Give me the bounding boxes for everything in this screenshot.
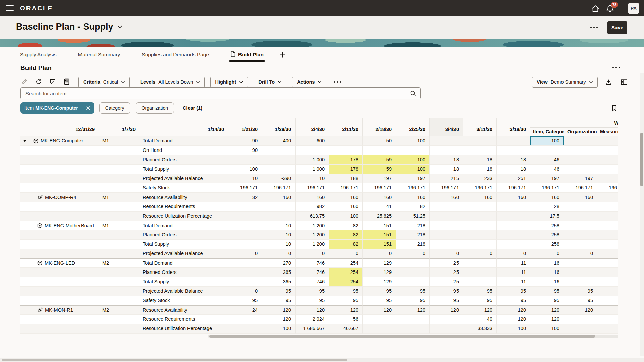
value-cell[interactable]: 160 (430, 193, 463, 202)
value-cell[interactable] (564, 277, 597, 287)
value-cell[interactable] (497, 136, 530, 146)
value-cell[interactable]: 51.25 (396, 212, 430, 221)
value-cell[interactable]: 18 (430, 155, 463, 165)
value-cell[interactable]: 10 (262, 221, 296, 230)
value-cell[interactable] (296, 146, 329, 155)
value-cell[interactable] (597, 324, 618, 334)
value-cell[interactable]: 0 (228, 287, 262, 296)
value-cell[interactable]: 270 (262, 258, 296, 268)
value-cell[interactable]: 95 (329, 287, 363, 296)
value-cell[interactable]: 10 (262, 240, 296, 249)
value-cell[interactable]: 95 (262, 296, 296, 305)
value-cell[interactable]: 196.171 (228, 183, 262, 193)
value-cell[interactable] (564, 202, 597, 212)
value-cell[interactable] (463, 268, 497, 277)
value-cell[interactable]: 11 (497, 258, 530, 268)
value-cell[interactable]: 100 (396, 165, 430, 174)
value-cell[interactable]: 120 (530, 305, 564, 315)
value-cell[interactable] (396, 258, 430, 268)
value-cell[interactable] (228, 221, 262, 230)
scrollbar-thumb[interactable] (640, 133, 643, 186)
value-cell[interactable]: 218 (396, 221, 430, 230)
value-cell[interactable] (228, 324, 262, 334)
bookmark-icon[interactable] (611, 105, 618, 113)
date-header[interactable]: 1/14/30 (140, 118, 228, 136)
value-cell[interactable]: 196.171 (497, 183, 530, 193)
value-cell[interactable]: 0 (296, 249, 329, 258)
value-cell[interactable]: 0 (530, 249, 564, 258)
value-cell[interactable]: 600 (296, 136, 329, 146)
value-cell[interactable]: 120 (463, 305, 497, 315)
page-horizontal-scrollbar[interactable] (0, 358, 644, 362)
value-cell[interactable]: 120 (262, 315, 296, 324)
value-cell[interactable] (497, 212, 530, 221)
value-cell[interactable] (262, 155, 296, 165)
value-cell[interactable]: 56 (329, 315, 363, 324)
value-cell[interactable] (329, 146, 363, 155)
value-cell[interactable]: 16 (530, 277, 564, 287)
value-cell[interactable]: 100 (228, 165, 262, 174)
tab-supply-analysis[interactable]: Supply Analysis (20, 47, 57, 62)
value-cell[interactable] (564, 155, 597, 165)
value-cell[interactable] (597, 315, 618, 324)
chip-close-icon[interactable] (86, 106, 90, 110)
value-cell[interactable] (597, 268, 618, 277)
value-cell[interactable] (597, 296, 618, 305)
value-cell[interactable]: 0 (497, 249, 530, 258)
value-cell[interactable]: 160 (530, 193, 564, 202)
value-cell[interactable]: 129 (363, 258, 396, 268)
value-cell[interactable]: 95 (296, 296, 329, 305)
filter-chip-category[interactable]: Category (99, 102, 130, 114)
value-cell[interactable]: 59 (363, 165, 396, 174)
value-cell[interactable]: 196.171 (597, 183, 618, 193)
value-cell[interactable] (497, 146, 530, 155)
clear-filters-button[interactable]: Clear (1) (183, 105, 202, 111)
value-cell[interactable]: 95 (262, 287, 296, 296)
value-cell[interactable]: 95 (363, 296, 396, 305)
value-cell[interactable]: 0 (564, 249, 597, 258)
value-cell[interactable]: 18 (463, 155, 497, 165)
value-cell[interactable] (363, 315, 396, 324)
value-cell[interactable] (228, 155, 262, 165)
value-cell[interactable]: 0 (463, 249, 497, 258)
date-header[interactable]: 2/4/30 (296, 118, 329, 136)
date-header[interactable]: 3/18/30 (497, 118, 530, 136)
value-cell[interactable]: 95 (228, 296, 262, 305)
page-vertical-scrollbar[interactable] (640, 73, 644, 356)
value-cell[interactable]: 254 (329, 277, 363, 287)
value-cell[interactable] (430, 230, 463, 240)
value-cell[interactable]: 258 (530, 230, 564, 240)
value-cell[interactable]: 160 (296, 193, 329, 202)
value-cell[interactable] (262, 146, 296, 155)
value-cell[interactable]: 11 (497, 268, 530, 277)
value-cell[interactable]: 1 200 (296, 221, 329, 230)
value-cell[interactable]: 746 (296, 268, 329, 277)
value-cell[interactable]: 82 (329, 240, 363, 249)
value-cell[interactable]: 218 (396, 230, 430, 240)
value-cell[interactable]: 95 (497, 287, 530, 296)
item-cell[interactable]: MK-COMP-R4 (20, 193, 99, 202)
value-cell[interactable] (430, 202, 463, 212)
value-cell[interactable]: 95 (530, 296, 564, 305)
value-cell[interactable] (228, 230, 262, 240)
value-cell[interactable] (463, 240, 497, 249)
value-cell[interactable] (228, 277, 262, 287)
plan-title-dropdown[interactable]: Baseline Plan - Supply (16, 22, 122, 32)
value-cell[interactable] (597, 258, 618, 268)
calculator-button[interactable] (62, 78, 71, 86)
value-cell[interactable]: 178 (329, 155, 363, 165)
value-cell[interactable]: 188 (329, 174, 363, 183)
value-cell[interactable] (597, 202, 618, 212)
value-cell[interactable]: 2 024 (296, 315, 329, 324)
date-header[interactable]: 3/4/30 (430, 118, 463, 136)
date-header[interactable]: 1/7/30 (99, 118, 140, 136)
value-cell[interactable] (396, 268, 430, 277)
value-cell[interactable]: 120 (530, 315, 564, 324)
value-cell[interactable]: 100 (497, 324, 530, 334)
value-cell[interactable]: 160 (497, 193, 530, 202)
value-cell[interactable]: 95 (463, 287, 497, 296)
value-cell[interactable] (597, 165, 618, 174)
levels-dropdown[interactable]: LevelsAll Levels Down (136, 77, 205, 88)
value-cell[interactable] (497, 202, 530, 212)
value-cell[interactable]: 160 (396, 193, 430, 202)
